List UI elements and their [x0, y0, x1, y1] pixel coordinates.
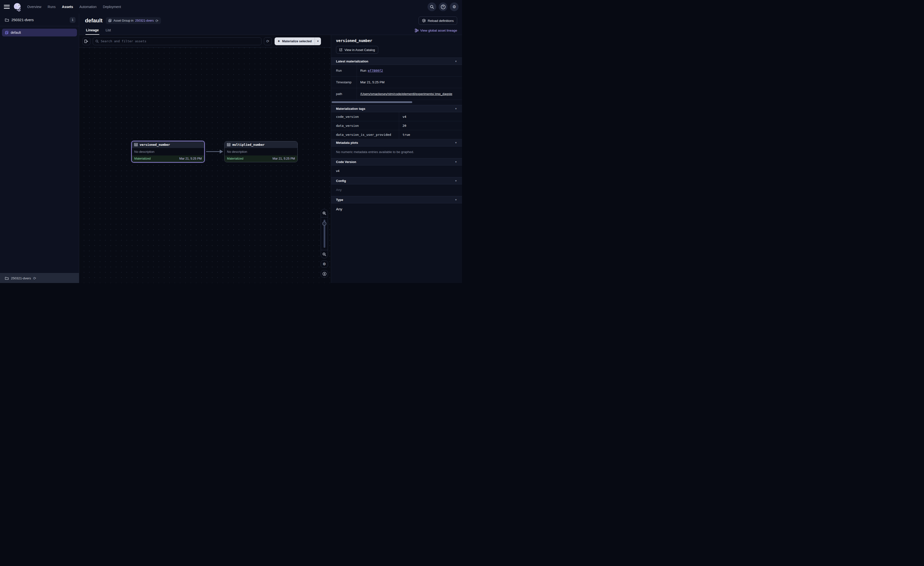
section-code-version[interactable]: Code Version ▼	[331, 158, 462, 166]
nav-item-deployment[interactable]: Deployment	[103, 5, 121, 9]
refresh-graph-button[interactable]: ⟳	[264, 38, 272, 45]
collapse-triangle-icon: ▼	[455, 60, 457, 63]
tab-list[interactable]: List	[105, 26, 111, 35]
view-in-asset-catalog-button[interactable]: View in Asset Catalog	[336, 46, 378, 54]
view-global-asset-lineage-label: View global asset lineage	[420, 29, 457, 32]
workspace-header: default Asset Group in 250321-dvers ⟳ Re…	[79, 14, 462, 35]
lineage-edge-arrow	[206, 149, 224, 154]
collapse-triangle-icon: ▼	[455, 199, 457, 201]
path-link[interactable]: /Users/smackesey/stm/code/elementl/exper…	[360, 92, 452, 96]
run-id-link[interactable]: ef7800f2	[368, 69, 383, 72]
lineage-canvas[interactable]: versioned_number No description Material…	[79, 48, 331, 283]
table-row: code_version v4	[331, 112, 462, 121]
asset-node-multiplied-number[interactable]: multiplied_number No description Materia…	[224, 141, 298, 162]
panel-expand-icon	[84, 39, 88, 43]
metadata-plots-empty-text: No numeric metadata entries available to…	[331, 146, 462, 158]
zoom-slider[interactable]	[321, 217, 328, 250]
gear-icon: ⚙	[452, 5, 456, 9]
settings-button[interactable]: ⚙	[450, 2, 459, 11]
status-badge: Materialized	[134, 157, 150, 160]
zoom-in-button[interactable]	[321, 209, 328, 217]
sidebar: 250321-dvers 1 default 250321-dvers ⟳	[0, 14, 79, 283]
section-title: Type	[336, 198, 343, 202]
sidebar-footer: 250321-dvers ⟳	[0, 273, 79, 283]
nav-item-runs[interactable]: Runs	[48, 5, 56, 9]
asset-node-description: No description	[225, 148, 297, 155]
search-icon	[95, 39, 99, 43]
folder-icon	[5, 18, 9, 22]
code-version-value: v4	[331, 166, 462, 177]
nav-item-assets[interactable]: Assets	[62, 5, 73, 9]
reload-cube-icon	[422, 19, 426, 23]
section-latest-materialization[interactable]: Latest materialization ▼	[331, 57, 462, 65]
workspace: default Asset Group in 250321-dvers ⟳ Re…	[79, 14, 462, 283]
refresh-icon[interactable]: ⟳	[33, 277, 36, 280]
tab-lineage[interactable]: Lineage	[86, 26, 99, 35]
search-button[interactable]	[428, 2, 436, 11]
sidebar-repo-row[interactable]: 250321-dvers 1	[0, 14, 79, 26]
refresh-icon[interactable]: ⟳	[155, 19, 159, 23]
horizontal-scrollbar[interactable]	[332, 101, 412, 103]
external-link-icon	[339, 48, 342, 51]
table-row: Timestamp Mar 21, 5:25 PM	[331, 77, 462, 88]
materialize-selected-button[interactable]: ✦ Materialize selected ▾	[274, 38, 321, 45]
section-type[interactable]: Type ▼	[331, 196, 462, 203]
sparkle-icon: ✦	[278, 39, 280, 43]
main-area: 250321-dvers 1 default 250321-dvers ⟳ de…	[0, 14, 462, 283]
row-label: Run	[331, 65, 357, 76]
section-materialization-tags[interactable]: Materialization tags ▼	[331, 105, 462, 112]
tag-value: 20	[399, 121, 462, 130]
expand-sidebar-button[interactable]	[82, 38, 90, 45]
row-label: Timestamp	[331, 77, 357, 88]
sidebar-spacer	[0, 39, 79, 273]
materialize-dropdown-toggle[interactable]: ▾	[315, 38, 321, 45]
asset-group-chip: Asset Group in 250321-dvers ⟳	[106, 17, 161, 24]
download-graph-button[interactable]	[321, 270, 328, 277]
materialize-selected-label: Materialize selected	[282, 39, 312, 43]
asset-count-badge: 1	[70, 17, 75, 23]
search-icon	[430, 5, 434, 9]
tabs: Lineage List View global asset lineage	[79, 25, 462, 35]
lineage-canvas-column: ⟳ ✦ Materialize selected ▾	[79, 35, 331, 283]
table-row: data_version 20	[331, 121, 462, 130]
nav-item-overview[interactable]: Overview	[27, 5, 41, 9]
search-input[interactable]	[101, 39, 259, 43]
help-button[interactable]: ?	[439, 2, 447, 11]
asset-node-versioned-number[interactable]: versioned_number No description Material…	[131, 141, 205, 163]
zoom-slider-knob[interactable]	[322, 221, 327, 226]
table-icon	[227, 143, 230, 146]
zoom-out-button[interactable]	[321, 250, 328, 258]
view-in-asset-catalog-label: View in Asset Catalog	[345, 48, 375, 52]
asset-node-title: versioned_number	[140, 143, 170, 146]
materialization-time: Mar 21, 5:25 PM	[179, 157, 202, 160]
materialization-time: Mar 21, 5:25 PM	[273, 157, 295, 160]
graph-settings-button[interactable]: ⚙	[321, 260, 328, 268]
section-title: Metadata plots	[336, 141, 358, 145]
reload-definitions-button[interactable]: Reload definitions	[418, 17, 457, 25]
status-badge: Materialized	[227, 157, 243, 160]
hamburger-menu-icon[interactable]	[4, 4, 10, 10]
table-icon	[134, 143, 138, 146]
download-icon	[322, 272, 327, 276]
section-config[interactable]: Config ▼	[331, 177, 462, 184]
sidebar-item-label: default	[10, 31, 21, 35]
zoom-controls	[321, 209, 328, 259]
tag-value: v4	[399, 112, 462, 121]
collapse-triangle-icon: ▼	[455, 161, 457, 163]
dagster-logo-icon	[13, 2, 22, 11]
sidebar-item-default-group[interactable]: default	[2, 29, 77, 36]
section-metadata-plots[interactable]: Metadata plots ▼	[331, 139, 462, 146]
collapse-triangle-icon: ▼	[455, 142, 457, 144]
top-nav: Overview Runs Assets Automation Deployme…	[0, 0, 462, 14]
run-text: Run	[360, 69, 366, 72]
horizontal-scrollbar-track	[331, 100, 462, 105]
view-global-asset-lineage-link[interactable]: View global asset lineage	[415, 29, 457, 35]
timestamp-value: Mar 21, 5:25 PM	[357, 77, 462, 88]
chip-repo-link[interactable]: 250321-dvers	[135, 19, 154, 23]
nav-item-automation[interactable]: Automation	[80, 5, 97, 9]
tag-key: code_version	[331, 112, 399, 121]
section-title: Code Version	[336, 160, 356, 164]
gear-icon: ⚙	[322, 262, 326, 266]
asset-group-icon	[108, 19, 112, 23]
asset-group-icon	[5, 31, 9, 35]
